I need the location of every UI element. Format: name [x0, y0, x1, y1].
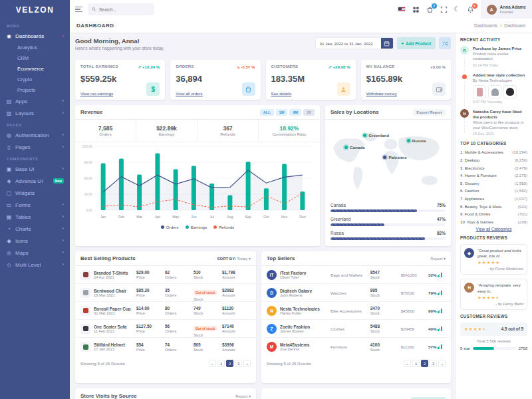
results-summary: Showing 5 of 25 Results	[267, 361, 311, 366]
svg-text:Jul: Jul	[209, 215, 214, 219]
sidebar-item-pages[interactable]: ▯ Pages ›	[0, 141, 70, 153]
sidebar-item-forms[interactable]: ▭ Forms ›	[0, 199, 70, 211]
view-all-categories-link[interactable]: View all Categories	[460, 227, 527, 231]
list-item: 9. Food & Drinks(701)	[460, 211, 527, 216]
pagination-page-2[interactable]: 2	[421, 360, 428, 367]
chevron-right-icon: ›	[62, 132, 64, 138]
map-marker-canada: Canada	[344, 145, 364, 150]
location-bar-fill	[331, 223, 384, 226]
pagination-page-3[interactable]: 3	[235, 360, 242, 367]
stat-card-customers: CUSTOMERS ↗ +29.08 % 183.35M See details	[266, 60, 356, 100]
pagination-page-1[interactable]: 1	[412, 360, 420, 367]
sidebar-item-charts[interactable]: ◔ Charts ›	[0, 223, 70, 235]
sidebar-section-pages: PAGES	[0, 119, 70, 129]
svg-text:Feb: Feb	[118, 215, 124, 219]
location-row: Greenland47%	[331, 217, 446, 226]
filter-all[interactable]: ALL	[260, 109, 274, 116]
layouts-icon: ▥	[6, 110, 12, 116]
filter-1y[interactable]: 1Y	[303, 109, 315, 116]
sidebar-item-multi-level[interactable]: ◇ Multi Level ›	[0, 259, 70, 271]
stat-link[interactable]: View net earnings	[80, 91, 113, 96]
notifications-bell-icon[interactable]: 5	[467, 6, 474, 13]
sidebar-item-layouts[interactable]: ▥ Layouts ›	[0, 107, 70, 119]
sidebar-item-apps[interactable]: ▤ Apps ›	[0, 95, 70, 107]
stat-card-my-balance: MY BALANCE +0.00 % $165.89k Withdraw mon…	[361, 60, 451, 100]
svg-text:120.00: 120.00	[82, 145, 92, 148]
sidebar-item-icons[interactable]: ◆ Icons ›	[0, 235, 70, 247]
pagination-page-2[interactable]: 2	[226, 360, 233, 367]
fullscreen-icon[interactable]	[440, 6, 448, 13]
location-row: Russia82%	[331, 231, 446, 240]
location-row: Canada75%	[331, 203, 446, 212]
location-bar-fill	[331, 237, 425, 240]
filter-6m[interactable]: 6M	[289, 109, 301, 116]
trend-down-icon: ↘	[236, 65, 239, 69]
svg-text:Mar: Mar	[136, 215, 142, 219]
svg-text:Sep: Sep	[245, 215, 251, 219]
breadcrumb-parent[interactable]: Dashboards	[474, 23, 497, 28]
cart-icon[interactable]: 7	[426, 6, 434, 13]
sidebar-item-base-ui[interactable]: ▣ Base UI ›	[0, 163, 70, 175]
svg-text:Apr: Apr	[155, 215, 160, 219]
app-logo[interactable]: VELZON	[0, 0, 70, 20]
table-row: Borosil Paper Cup01 Mar 2021 $14.00Price…	[75, 302, 256, 320]
language-flag-icon[interactable]	[398, 7, 406, 12]
table-row: One Seater Sofa11 Feb 2021 $127.50Price …	[75, 320, 256, 338]
sidebar-item-maps[interactable]: ◎ Maps ›	[0, 247, 70, 259]
review-card: ◆ “Great product and looks great, lots o…	[460, 244, 527, 275]
report-dropdown[interactable]: Report ▾	[235, 394, 251, 398]
export-report-button[interactable]: Export Report	[413, 109, 446, 116]
filter-1m[interactable]: 1M	[276, 109, 288, 116]
pagination-prev[interactable]: ←	[404, 360, 411, 367]
sidebar-section-menu: MENU	[0, 20, 70, 30]
shuffle-button[interactable]	[439, 37, 451, 49]
pagination-next[interactable]: →	[438, 360, 446, 367]
sidebar-section-components: COMPONENTS	[0, 153, 70, 163]
date-range-input[interactable]	[316, 38, 381, 49]
calendar-button[interactable]	[381, 38, 393, 49]
list-item: 5. Grocery(1,950)	[460, 181, 527, 186]
search-input[interactable]	[99, 7, 150, 12]
sidebar-item-crm[interactable]: CRM	[0, 53, 70, 63]
pagination-page-3[interactable]: 3	[430, 360, 437, 367]
report-dropdown[interactable]: Report ▾	[430, 256, 446, 261]
add-product-button[interactable]: + Add Product	[397, 37, 436, 49]
user-menu[interactable]: A Anna Adame Founder	[481, 0, 532, 19]
sort-by-dropdown[interactable]: SORT BY: Today ▾	[217, 256, 251, 261]
greeting-subtitle: Here's what's happening with your store …	[75, 46, 164, 51]
sidebar-item-analytics[interactable]: Analytics	[0, 42, 70, 53]
rating-bar-label: 5 star	[460, 346, 470, 350]
location-bar-fill	[331, 209, 417, 212]
table-row: M Meta4SystemsZoe Dennis Furniture 4100S…	[261, 338, 451, 356]
chevron-right-icon: ›	[62, 238, 64, 243]
activity-dot-icon	[462, 74, 467, 79]
sidebar-item-dashboards[interactable]: ◉ Dashboards ›	[0, 30, 70, 42]
sidebar-item-projects[interactable]: Projects	[0, 84, 70, 95]
sidebar-item-authentication[interactable]: ◍ Authentication ›	[0, 129, 70, 141]
notifications-badge: 5	[472, 3, 477, 9]
sidebar-item-advance-ui[interactable]: ◈ Advance UI New	[0, 175, 70, 187]
calendar-icon	[384, 41, 390, 47]
top-categories-list: 1. Mobile & Accessories(10,294) 2. Deskt…	[460, 150, 527, 223]
pagination-page-1[interactable]: 1	[217, 360, 225, 367]
rating-score: 4.5 out of 5	[501, 327, 523, 331]
stat-link[interactable]: See details	[271, 91, 292, 96]
stat-link[interactable]: Withdraw money	[366, 91, 397, 96]
apps-grid-icon[interactable]	[412, 6, 420, 13]
stat-label: TOTAL EARNINGS	[80, 65, 118, 69]
sidebar-item-ecommerce[interactable]: Ecommerce	[0, 63, 70, 74]
hamburger-menu-icon[interactable]	[75, 7, 82, 13]
legend-dot-earnings	[186, 225, 189, 229]
sidebar-item-crypto[interactable]: Crypto	[0, 74, 70, 84]
sidebar-item-widgets[interactable]: ▢ Widgets	[0, 187, 70, 199]
stat-link[interactable]: View all orders	[176, 91, 202, 96]
dark-mode-icon[interactable]: ☾	[454, 6, 460, 13]
sidebar-item-tables[interactable]: ▦ Tables ›	[0, 211, 70, 223]
table-row: Stillbird Helmet17 Jan 2021 $54Price 74O…	[75, 338, 256, 356]
top-sellers-panel: Top Sellers Report ▾ iT iTest FactoryOli…	[261, 251, 451, 383]
pagination-next[interactable]: →	[243, 360, 251, 367]
product-thumbnail	[503, 85, 517, 98]
pagination-prev[interactable]: ←	[209, 360, 216, 367]
table-row: N Nesta TechnologiesHarley Fuller Bike A…	[261, 302, 451, 320]
table-row: Bentwood Chair19 Mar 2021 $85.20Price 35…	[75, 284, 256, 302]
